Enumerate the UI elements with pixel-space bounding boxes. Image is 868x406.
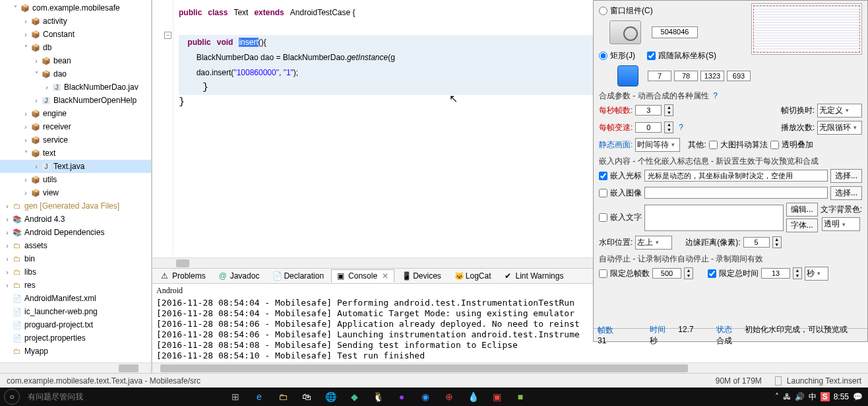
scrollbar-thumb[interactable]: [160, 364, 688, 372]
expand-arrow-icon[interactable]: ˅: [32, 71, 41, 78]
app-icon[interactable]: ◆: [347, 389, 361, 404]
expand-arrow-icon[interactable]: ›: [32, 57, 41, 65]
expand-arrow-icon[interactable]: ›: [3, 269, 12, 276]
expand-arrow-icon[interactable]: ›: [32, 163, 41, 170]
ime-icon[interactable]: 中: [809, 391, 817, 403]
limit-time-spinner[interactable]: ▲▼: [793, 267, 802, 279]
check-embed-image[interactable]: [599, 189, 607, 197]
image-path-input[interactable]: [644, 187, 828, 199]
task-view-icon[interactable]: ⊞: [228, 389, 243, 404]
sogou-icon[interactable]: S: [821, 392, 830, 401]
scrollbar-thumb[interactable]: [119, 364, 139, 372]
play-combo[interactable]: 无限循环: [817, 121, 862, 135]
expand-arrow-icon[interactable]: ›: [3, 216, 12, 223]
tab-problems[interactable]: ⚠Problems: [155, 269, 212, 283]
tree-item[interactable]: ›view: [0, 186, 151, 199]
margin-input[interactable]: [743, 237, 770, 248]
eclipse-icon[interactable]: ●: [394, 389, 409, 404]
network-icon[interactable]: 🖧: [783, 392, 791, 401]
expand-arrow-icon[interactable]: ›: [3, 203, 12, 210]
app-icon[interactable]: ■: [513, 389, 528, 404]
expand-arrow-icon[interactable]: ›: [3, 242, 12, 250]
expand-arrow-icon[interactable]: ›: [21, 110, 30, 118]
coord-x[interactable]: 7: [648, 71, 671, 81]
scrollbar-thumb[interactable]: [176, 259, 189, 267]
chrome-icon[interactable]: 🌐: [323, 389, 338, 404]
expand-arrow-icon[interactable]: ›: [21, 31, 30, 38]
tree-item[interactable]: ›Android 4.3: [0, 213, 151, 226]
close-icon[interactable]: ✕: [382, 271, 388, 281]
fps-input[interactable]: [635, 105, 662, 116]
help-icon[interactable]: ?: [679, 123, 683, 132]
tab-javadoc[interactable]: @Javadoc: [213, 269, 266, 283]
tree-item[interactable]: ›receiver: [0, 120, 151, 133]
limit-frames-spinner[interactable]: ▲▼: [684, 267, 693, 279]
tree-item[interactable]: ›res: [0, 279, 151, 292]
check-limit-time[interactable]: [708, 269, 716, 278]
radio-rectangle[interactable]: [599, 51, 607, 60]
console-horizontal-scrollbar[interactable]: [152, 362, 868, 373]
check-transparent-overlay[interactable]: [770, 141, 779, 149]
expand-arrow-icon[interactable]: ›: [21, 123, 30, 131]
text-bg-combo[interactable]: 透明: [822, 217, 860, 231]
limit-frames-input[interactable]: [652, 268, 681, 279]
tree-item[interactable]: ic_launcher-web.png: [0, 305, 151, 318]
font-button[interactable]: 字体...: [786, 219, 818, 232]
notification-icon[interactable]: 💬: [853, 392, 863, 401]
tree-item[interactable]: Myapp: [0, 345, 151, 358]
tree-root-pkg[interactable]: ˅ com.example.mobilesafe: [0, 1, 151, 15]
file-explorer-icon[interactable]: 🗀: [276, 389, 290, 404]
tree-item[interactable]: proguard-project.txt: [0, 318, 151, 331]
system-tray[interactable]: ˄ 🖧 🔊 中 S 8:55 💬: [775, 391, 868, 403]
tree-item[interactable]: project.properties: [0, 331, 151, 345]
progress-icon[interactable]: [775, 376, 782, 386]
tree-item[interactable]: ˅text: [0, 147, 151, 160]
expand-arrow-icon[interactable]: ›: [21, 18, 30, 25]
help-icon[interactable]: ?: [713, 91, 718, 100]
coord-y[interactable]: 78: [674, 71, 698, 81]
tree-item[interactable]: ›Android Dependencies: [0, 226, 151, 239]
qq-icon[interactable]: 🐧: [371, 389, 385, 404]
tree-item[interactable]: ›gen [Generated Java Files]: [0, 199, 151, 213]
switch-combo[interactable]: 无定义: [817, 104, 862, 118]
delta-input[interactable]: [635, 122, 662, 133]
windows-taskbar[interactable]: ○ 有问题尽管问我 ⊞ e 🗀 🛍 🌐 ◆ 🐧 ● ◉ ⊕ 💧 ▣ ■ ˄ 🖧 …: [0, 388, 868, 406]
app-icon[interactable]: ▣: [489, 389, 504, 404]
fold-toggle-icon[interactable]: −: [164, 32, 171, 39]
start-button[interactable]: ○: [4, 389, 20, 405]
tree-item[interactable]: ˅dao: [0, 67, 151, 81]
tree-item[interactable]: AndroidManifest.xml: [0, 292, 151, 305]
tree-horizontal-scrollbar[interactable]: [0, 362, 151, 373]
tree-item[interactable]: ›bean: [0, 54, 151, 67]
region-selector-icon[interactable]: [617, 65, 638, 86]
delta-spinner[interactable]: ▲▼: [664, 121, 673, 133]
tab-console[interactable]: ▣Console✕: [331, 269, 394, 283]
tray-up-icon[interactable]: ˄: [775, 392, 779, 401]
cursor-select-button[interactable]: 选择...: [830, 169, 862, 183]
tab-lint-warnings[interactable]: ✔Lint Warnings: [499, 269, 570, 283]
text-edit-button[interactable]: 编辑...: [786, 203, 818, 217]
taskbar-clock[interactable]: 8:55: [834, 392, 849, 401]
volume-icon[interactable]: 🔊: [795, 392, 805, 401]
check-follow-mouse[interactable]: [647, 51, 656, 60]
image-select-button[interactable]: 选择...: [830, 186, 862, 200]
screen-capture-panel[interactable]: 窗口组件(C) 5048046 矩形(J) 跟随鼠标坐标(S) 7 78 132…: [593, 0, 868, 342]
search-hint[interactable]: 有问题尽管问我: [28, 391, 83, 403]
coord-h[interactable]: 693: [727, 71, 751, 81]
tree-item[interactable]: ›assets: [0, 239, 151, 252]
expand-arrow-icon[interactable]: ˅: [11, 5, 20, 12]
tree-item[interactable]: ›activity: [0, 15, 151, 28]
tree-item[interactable]: ›utils: [0, 173, 151, 186]
tree-item[interactable]: ›engine: [0, 107, 151, 120]
static-combo[interactable]: 时间等待: [635, 138, 680, 152]
margin-spinner[interactable]: ▲▼: [772, 236, 782, 248]
expand-arrow-icon[interactable]: ›: [3, 282, 12, 289]
expand-arrow-icon[interactable]: ›: [21, 176, 30, 184]
project-explorer[interactable]: ˅ com.example.mobilesafe ›activity›Const…: [0, 0, 152, 373]
expand-arrow-icon[interactable]: ›: [21, 189, 30, 197]
wm-pos-combo[interactable]: 左上: [635, 236, 672, 250]
tab-logcat[interactable]: 🐱LogCat: [449, 269, 497, 283]
tree-item[interactable]: ›BlackNumberOpenHelp: [0, 94, 151, 107]
tree-item[interactable]: ›Constant: [0, 28, 151, 41]
expand-arrow-icon[interactable]: ˅: [21, 44, 30, 51]
